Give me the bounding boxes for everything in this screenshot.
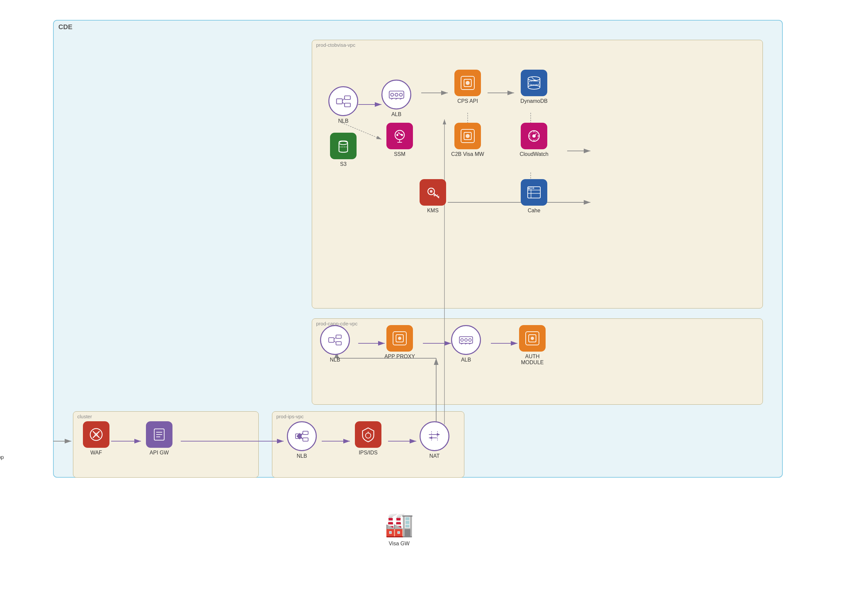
alb-capp-icon	[451, 325, 481, 355]
api-gw-label: API GW	[150, 450, 169, 456]
ssm-icon	[386, 123, 413, 149]
kms-node: KMS	[415, 179, 451, 214]
nlb-capp-node: NLB	[317, 325, 353, 363]
nlb-ctob-node: NLB	[325, 86, 361, 124]
waf-icon	[83, 421, 110, 448]
svg-point-68	[401, 134, 403, 136]
nlb-ctob-icon	[329, 86, 358, 116]
svg-point-52	[399, 93, 402, 96]
cache-icon: R	[521, 179, 547, 206]
customer-app: 📱 Customer App	[0, 425, 4, 460]
auth-module-label: AUTH MODULE	[514, 354, 550, 366]
nlb-ips-icon	[287, 421, 317, 451]
svg-rect-32	[303, 431, 308, 435]
svg-point-67	[396, 134, 398, 136]
svg-line-87	[437, 195, 438, 196]
svg-rect-33	[303, 438, 308, 441]
s3-label: S3	[340, 161, 347, 167]
dynamodb-icon	[521, 70, 547, 96]
app-proxy-icon	[386, 325, 413, 352]
svg-rect-98	[336, 341, 341, 345]
svg-point-107	[469, 339, 471, 341]
cps-api-icon	[454, 70, 481, 96]
svg-point-95	[528, 188, 530, 189]
app-proxy-label: APP PROXY	[384, 354, 415, 360]
dynamodb-label: DynamoDB	[521, 98, 547, 104]
svg-rect-44	[336, 99, 342, 104]
cache-node: R Cahe	[516, 179, 552, 214]
auth-module-icon	[519, 325, 546, 352]
nlb-ctob-label: NLB	[338, 118, 348, 124]
svg-rect-31	[296, 434, 301, 439]
svg-point-105	[461, 339, 463, 341]
cache-label: Cahe	[528, 208, 540, 214]
diagram-container: CDE prod-ctobvisa-vpc prod-capp-cde-vpc …	[53, 20, 816, 584]
s3-icon	[330, 133, 356, 159]
api-gw-node: API GW	[141, 421, 177, 456]
nat-icon	[420, 421, 450, 451]
svg-point-73	[466, 134, 470, 138]
svg-point-58	[466, 81, 470, 85]
visa-gw-label: Visa GW	[389, 541, 410, 546]
cps-api-node: CPS API	[450, 70, 486, 104]
svg-point-59	[528, 77, 540, 81]
c2b-visa-mw-icon	[454, 123, 481, 149]
svg-point-51	[395, 93, 398, 96]
svg-line-88	[438, 196, 439, 197]
svg-line-34	[301, 433, 303, 435]
cps-api-label: CPS API	[457, 98, 478, 104]
customer-app-label: Customer App	[0, 455, 4, 460]
svg-point-89	[434, 194, 436, 196]
svg-point-62	[528, 85, 540, 89]
ssm-label: SSM	[394, 151, 406, 157]
dynamodb-node: DynamoDB	[516, 70, 552, 104]
cloudwatch-label: CloudWatch	[520, 151, 549, 157]
ssm-node: SSM	[381, 123, 418, 157]
building-icon: 🏭	[385, 511, 414, 538]
ips-ids-label: IPS/IDS	[359, 450, 378, 456]
svg-point-85	[430, 190, 432, 193]
svg-rect-46	[344, 103, 350, 107]
nlb-capp-icon	[320, 325, 350, 355]
vpc-ctobvisa-label: prod-ctobvisa-vpc	[316, 42, 355, 48]
svg-rect-104	[459, 337, 473, 343]
auth-module-node: AUTH MODULE	[514, 325, 550, 366]
waf-node: WAF	[78, 421, 115, 456]
svg-point-26	[94, 433, 98, 436]
alb-capp-label: ALB	[461, 357, 471, 363]
ips-ids-icon	[355, 421, 381, 448]
svg-point-63	[528, 81, 540, 85]
cloudwatch-node: CloudWatch	[516, 123, 552, 157]
svg-rect-96	[329, 338, 334, 342]
waf-label: WAF	[91, 450, 102, 456]
svg-text:R: R	[532, 187, 534, 190]
svg-rect-45	[344, 96, 350, 99]
cluster-label: cluster	[77, 414, 92, 419]
svg-rect-49	[389, 91, 404, 98]
alb-ctob-node: ALB	[378, 80, 415, 117]
svg-rect-97	[336, 335, 341, 338]
kms-label: KMS	[427, 208, 439, 214]
svg-point-50	[391, 93, 394, 96]
vpc-ips-label: prod-ips-vpc	[276, 414, 304, 419]
app-proxy-node: APP PROXY	[381, 325, 418, 360]
kms-icon	[420, 179, 446, 206]
cde-label: CDE	[58, 23, 72, 31]
api-gw-icon	[146, 421, 172, 448]
svg-point-106	[465, 339, 467, 341]
ips-ids-node: IPS/IDS	[350, 421, 386, 456]
svg-line-35	[301, 437, 303, 439]
svg-point-113	[531, 337, 534, 340]
cloudwatch-icon	[521, 123, 547, 149]
nat-node: NAT	[416, 421, 453, 459]
svg-point-82	[339, 141, 347, 144]
nlb-ips-label: NLB	[296, 453, 307, 459]
nlb-ips-node: NLB	[284, 421, 320, 459]
alb-capp-node: ALB	[448, 325, 484, 363]
alb-ctob-icon	[381, 80, 411, 109]
c2b-visa-mw-label: C2B Visa MW	[451, 151, 484, 157]
nat-label: NAT	[429, 453, 440, 459]
s3-node: S3	[325, 133, 361, 167]
phone-icon: 📱	[0, 425, 2, 452]
nlb-capp-label: NLB	[330, 357, 340, 363]
